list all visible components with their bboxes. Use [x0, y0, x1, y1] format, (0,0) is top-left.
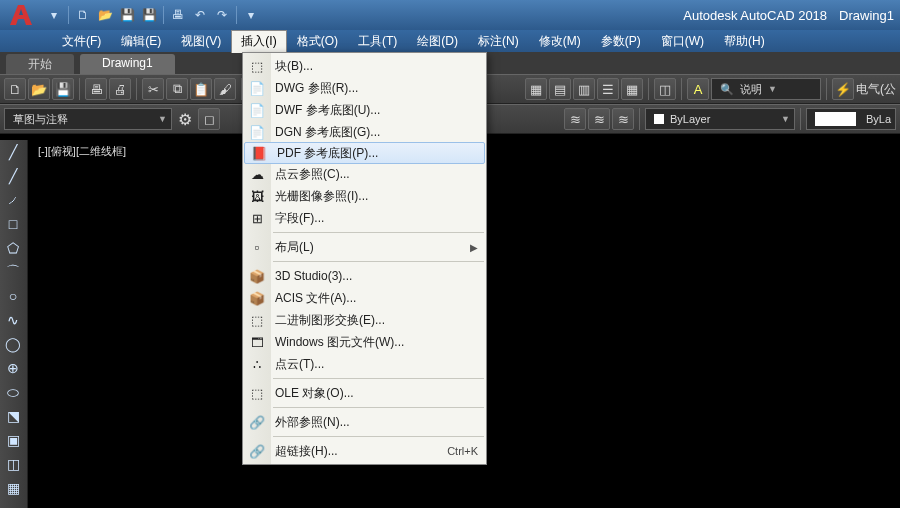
- paste-button[interactable]: 📋: [190, 78, 212, 100]
- menu-item-wmf[interactable]: 🗔Windows 图元文件(W)...: [243, 331, 486, 353]
- app-logo[interactable]: [4, 1, 40, 29]
- saveas-icon[interactable]: 💾: [139, 5, 159, 25]
- polyline-tool-icon[interactable]: ⟋: [0, 188, 26, 212]
- shortcut-label: Ctrl+K: [447, 445, 478, 457]
- array-tool-icon[interactable]: ▤: [0, 500, 26, 508]
- menu-item-block[interactable]: ⬚块(B)...: [243, 55, 486, 77]
- menu-item-pts[interactable]: ∴点云(T)...: [243, 353, 486, 375]
- table-button[interactable]: ▤: [549, 78, 571, 100]
- menu-绘图[interactable]: 绘图(D): [407, 30, 468, 53]
- search-dropdown[interactable]: 🔍 说明 ▼: [711, 78, 821, 100]
- menu-item-label: 字段(F)...: [275, 210, 478, 227]
- menu-separator: [273, 232, 484, 233]
- print-button[interactable]: 🖶: [85, 78, 107, 100]
- workspace-settings-icon[interactable]: ⚙: [174, 108, 196, 130]
- layer-iso-button[interactable]: ≋: [564, 108, 586, 130]
- menu-item-pdf[interactable]: 📕PDF 参考底图(P)...: [244, 142, 485, 164]
- line-tool-icon[interactable]: ╱: [0, 140, 26, 164]
- menu-item-field[interactable]: ⊞字段(F)...: [243, 207, 486, 229]
- hatch-tool-icon[interactable]: ⬔: [0, 404, 26, 428]
- menu-item-3ds[interactable]: 📦3D Studio(3)...: [243, 265, 486, 287]
- menu-窗口[interactable]: 窗口(W): [651, 30, 714, 53]
- cut-button[interactable]: ✂: [142, 78, 164, 100]
- props-button[interactable]: ▦: [621, 78, 643, 100]
- menu-帮助[interactable]: 帮助(H): [714, 30, 775, 53]
- menu-视图[interactable]: 视图(V): [171, 30, 231, 53]
- workspace-tool-icon[interactable]: ◻: [198, 108, 220, 130]
- menu-标注[interactable]: 标注(N): [468, 30, 529, 53]
- menu-工具[interactable]: 工具(T): [348, 30, 407, 53]
- redo-icon[interactable]: ↷: [212, 5, 232, 25]
- menu-item-xref[interactable]: 🔗外部参照(N)...: [243, 411, 486, 433]
- match-button[interactable]: 🖌: [214, 78, 236, 100]
- copy-button[interactable]: ⧉: [166, 78, 188, 100]
- block-button[interactable]: ◫: [654, 78, 676, 100]
- layer-dropdown[interactable]: ByLayer ▼: [645, 108, 795, 130]
- insert-tool-icon[interactable]: ⊕: [0, 356, 26, 380]
- layer-frz-button[interactable]: ≋: [612, 108, 634, 130]
- menu-编辑[interactable]: 编辑(E): [111, 30, 171, 53]
- revcloud-tool-icon[interactable]: ⬭: [0, 380, 26, 404]
- menu-item-cloud[interactable]: ☁点云参照(C)...: [243, 163, 486, 185]
- table-tool-icon[interactable]: ▦: [0, 476, 26, 500]
- menu-item-raster[interactable]: 🖼光栅图像参照(I)...: [243, 185, 486, 207]
- layer-un-button[interactable]: ≋: [588, 108, 610, 130]
- rect-tool-icon[interactable]: □: [0, 212, 26, 236]
- col-button[interactable]: ▥: [573, 78, 595, 100]
- menu-item-acis[interactable]: 📦ACIS 文件(A)...: [243, 287, 486, 309]
- elec-icon[interactable]: ⚡: [832, 78, 854, 100]
- menu-item-ole[interactable]: ⬚OLE 对象(O)...: [243, 382, 486, 404]
- save-icon[interactable]: 💾: [117, 5, 137, 25]
- text-a-button[interactable]: A: [687, 78, 709, 100]
- workspace-label: 草图与注释: [13, 112, 68, 127]
- circle-tool-icon[interactable]: ○: [0, 284, 26, 308]
- print-icon[interactable]: 🖶: [168, 5, 188, 25]
- doc-tab[interactable]: Drawing1: [80, 54, 175, 74]
- menu-item-label: 3D Studio(3)...: [275, 269, 478, 283]
- title-bar: ▾ 🗋 📂 💾 💾 🖶 ↶ ↷ ▾ Autodesk AutoCAD 2018 …: [0, 0, 900, 30]
- arc-tool-icon[interactable]: ⌒: [0, 260, 26, 284]
- menu-参数[interactable]: 参数(P): [591, 30, 651, 53]
- spline-tool-icon[interactable]: ∿: [0, 308, 26, 332]
- menu-文件[interactable]: 文件(F): [52, 30, 111, 53]
- new-icon[interactable]: ▾: [44, 5, 64, 25]
- menu-item-dwf[interactable]: 📄DWF 参考底图(U)...: [243, 99, 486, 121]
- app-title: Autodesk AutoCAD 2018: [683, 8, 827, 23]
- pdf-icon: 📕: [249, 144, 269, 162]
- menu-修改[interactable]: 修改(M): [529, 30, 591, 53]
- grid-button[interactable]: ▦: [525, 78, 547, 100]
- linetype-label: ByLa: [866, 113, 891, 125]
- menu-item-label: 超链接(H)...: [275, 443, 439, 460]
- undo-icon[interactable]: ↶: [190, 5, 210, 25]
- workspace-dropdown[interactable]: 草图与注释 ▼: [4, 108, 172, 130]
- polygon-tool-icon[interactable]: ⬠: [0, 236, 26, 260]
- menu-item-bin[interactable]: ⬚二进制图形交换(E)...: [243, 309, 486, 331]
- qat-more-icon[interactable]: ▾: [241, 5, 261, 25]
- menu-item-dwg[interactable]: 📄DWG 参照(R)...: [243, 77, 486, 99]
- menu-item-dgn[interactable]: 📄DGN 参考底图(G)...: [243, 121, 486, 143]
- menu-格式[interactable]: 格式(O): [287, 30, 348, 53]
- menu-item-layout[interactable]: ▫布局(L)▶: [243, 236, 486, 258]
- open-button[interactable]: 📂: [28, 78, 50, 100]
- menu-插入[interactable]: 插入(I): [231, 30, 286, 53]
- linetype-dropdown[interactable]: ByLa: [806, 108, 896, 130]
- ray-tool-icon[interactable]: ╱: [0, 164, 26, 188]
- plot-button[interactable]: 🖨: [109, 78, 131, 100]
- menu-item-label: ACIS 文件(A)...: [275, 290, 478, 307]
- save-button[interactable]: 💾: [52, 78, 74, 100]
- new-button[interactable]: 🗋: [4, 78, 26, 100]
- list-button[interactable]: ☰: [597, 78, 619, 100]
- xref-icon: 🔗: [247, 413, 267, 431]
- open-icon[interactable]: 📂: [95, 5, 115, 25]
- view-label[interactable]: [-][俯视][二维线框]: [38, 144, 126, 159]
- region-tool-icon[interactable]: ▣: [0, 428, 26, 452]
- doc-tab[interactable]: 开始: [6, 54, 74, 74]
- menu-item-label: DWG 参照(R)...: [275, 80, 478, 97]
- menu-separator: [273, 261, 484, 262]
- new-file-icon[interactable]: 🗋: [73, 5, 93, 25]
- wmf-icon: 🗔: [247, 333, 267, 351]
- menu-item-link[interactable]: 🔗超链接(H)...Ctrl+K: [243, 440, 486, 462]
- block-tool-icon[interactable]: ◫: [0, 452, 26, 476]
- ellipse-tool-icon[interactable]: ◯: [0, 332, 26, 356]
- layout-icon: ▫: [247, 238, 267, 256]
